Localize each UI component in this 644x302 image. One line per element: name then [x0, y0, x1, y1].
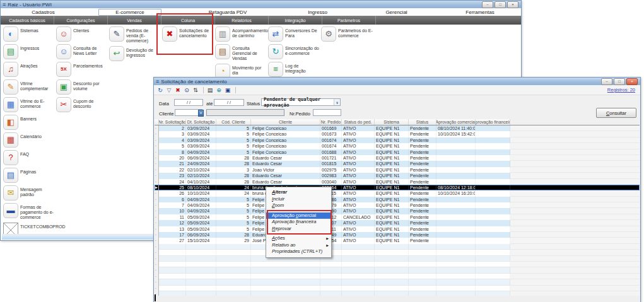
menu-item-alterar[interactable]: Alterar [266, 189, 331, 196]
launcher-item-paginas[interactable]: ▤Páginas [3, 168, 55, 183]
table-row[interactable]: ‐503/09/20245Felipe Conceicao001674ATIVO… [155, 143, 640, 149]
table-row[interactable]: ‐2006/09/202428Eduardo Cesar001721ATIVOE… [155, 155, 640, 161]
menu-item-reprovar[interactable]: Reprovar [266, 226, 331, 233]
tab-gerencial[interactable]: Gerencial [354, 8, 439, 16]
column-header-dt-solicitacao[interactable]: Dt. Solicitação [186, 119, 216, 125]
table-row-empty[interactable]: ‐ [155, 250, 640, 255]
table-row[interactable]: ‐704/09/20245Felipe Conceicao001679ATIVO… [155, 202, 640, 208]
launcher-item-consulta-de-news-letter[interactable]: ☺Consulta de News Letter [56, 44, 108, 59]
launcher-item-conversores-de-para[interactable]: ⇄Conversores De Para [268, 26, 320, 42]
menu-item-incluir[interactable]: Incluir [266, 196, 331, 203]
table-row-empty[interactable]: ‐ [155, 279, 640, 285]
consultar-button[interactable]: Consultar [596, 108, 636, 118]
table-row-empty[interactable]: ‐ [155, 256, 640, 262]
menu-item-propriedades-ctrl-t[interactable]: Propriedades (CTRL+T) [266, 248, 331, 255]
column-header-cliente[interactable]: Cliente [251, 119, 320, 125]
print-icon[interactable]: ▤ [206, 86, 214, 95]
launcher-item-formas-de-pagamento-do-e-commerce[interactable]: ▬Formas de pagamento do e-commerce [3, 203, 55, 220]
table-row[interactable]: ‐1205/09/20245Felipe Conceicao001707ATIV… [155, 220, 640, 226]
table-row[interactable]: ‐1105/09/20245Felipe Conceicao001712CANC… [155, 214, 640, 220]
menu-item-zoom[interactable]: Zoom [266, 202, 331, 209]
hamburger-menu-icon[interactable]: ≡ [3, 1, 6, 8]
launcher-item-clientes[interactable]: ☺Clientes [56, 26, 108, 42]
table-row[interactable]: ‐2715/10/202429José Pires003154ATIVOEQUI… [155, 238, 640, 243]
menu-item-aprovacao-financeira[interactable]: Aprovação financeira [266, 219, 331, 226]
menu-item-aprovacao-comercial[interactable]: Aprovação comercial [266, 212, 331, 219]
table-row[interactable]: ‐1706/09/202428Eduardo Cesar002449ATIVOE… [155, 232, 640, 238]
launcher-item-calendario[interactable]: ▦Calendário [3, 132, 55, 148]
table-row[interactable]: ‐2124/09/202428Eduardo Cesar001815ATIVOE… [155, 161, 640, 166]
refresh-icon[interactable]: ↻ [156, 86, 164, 95]
nr-pedido-input[interactable] [313, 109, 341, 116]
category-relatorios[interactable]: Relatórios [215, 16, 269, 25]
table-row-empty[interactable]: ‐ [155, 286, 640, 291]
category-integracao[interactable]: Integração [269, 16, 322, 25]
cliente-lookup-button[interactable]: ▾ [198, 110, 204, 117]
launcher-item-parametros-do-e-commerce[interactable]: ⚙Parâmetros do E-commerce [321, 26, 373, 42]
launcher-item-log-de-integracao[interactable]: ≡Log de integração [268, 62, 320, 77]
table-row[interactable]: ‐2610/10/202424bruna de oliva belmont003… [155, 190, 640, 196]
hamburger-menu-icon[interactable]: ≡ [156, 78, 159, 84]
restore-icon[interactable]: □ [495, 1, 506, 8]
search-icon[interactable]: ⊙ [183, 86, 190, 95]
launcher-item-parcelamentos[interactable]: 5XParcelamentos [56, 62, 108, 77]
column-header-nr-pedido[interactable]: Nr. Pedido [320, 119, 342, 125]
column-header-aprovacao-comercial[interactable]: Aprovação comercial [436, 119, 476, 125]
table-row[interactable]: ‐804/09/20245Felipe Conceicao001688ATIVO… [155, 149, 640, 155]
column-header-status-do-ped[interactable]: Status do ped. [342, 119, 375, 125]
table-row[interactable]: ‐303/09/20245Felipe Conceicao001673ATIVO… [155, 131, 640, 137]
column-header-nr-solicitacao[interactable]: Nr. Solicitação [159, 119, 186, 125]
launcher-item-cupom-de-desconto[interactable]: ✂Cupom de desconto [56, 97, 108, 112]
launcher-item-pedidos-de-venda-e-commerce[interactable]: ✎Pedidos de venda (E-commerce) [109, 26, 161, 44]
menu-item-acoes[interactable]: Ações▶ [266, 235, 331, 242]
close-icon[interactable]: × [507, 1, 518, 8]
launcher-item-mensagem-padrao[interactable]: ✉Mensagem padrão [3, 185, 55, 200]
category-configuracoes[interactable]: Configurações [54, 16, 108, 25]
launcher-item-solicitacoes-de-cancelamento[interactable]: ✖Solicitações de cancelamento [162, 26, 214, 42]
table-row[interactable]: ‐1305/09/20245Felipe Conceicao001711ATIV… [155, 226, 640, 232]
column-header-cod-cliente[interactable]: Cód. Cliente [216, 119, 251, 125]
clear-filter-icon[interactable]: ✖ [174, 86, 182, 95]
launcher-item-faq[interactable]: ?FAQ [3, 150, 55, 165]
category-cadastros-basicos[interactable]: Cadastros básicos [1, 16, 54, 25]
category-vendas[interactable]: Vendas [108, 16, 161, 25]
table-row[interactable]: ‐203/09/20245Felipe Conceicao001669ATIVO… [155, 125, 640, 131]
column-header-sistema[interactable]: Sistema [375, 119, 409, 125]
table-row-empty[interactable]: ‐ [155, 262, 640, 267]
data-to-input[interactable]: / / [214, 99, 244, 106]
restore-icon[interactable]: □ [614, 78, 625, 85]
launcher-item-banners[interactable]: ◧Banners [3, 115, 55, 130]
launcher-item-acompanhamento-de-carrinho[interactable]: ▥Acompanhamento de carrinho [215, 26, 267, 42]
tab-retaguarda-pdv[interactable]: Retaguarda PDV [174, 8, 281, 16]
status-dropdown[interactable]: Pendente de qualquer aprovação ∨ [261, 98, 341, 106]
chevron-down-icon[interactable]: ∨ [334, 99, 340, 105]
launcher-item-vitrine-complementar[interactable]: ✎Vitrine complementar [3, 79, 55, 95]
launcher-item-ingressos[interactable]: ▤Ingressos [3, 44, 55, 59]
launcher-item-atracoes[interactable]: ♫Atrações [3, 62, 55, 77]
launcher-item-devolucao-de-ingressos[interactable]: ↩Devolução de ingressos [109, 46, 161, 61]
table-row-empty[interactable]: ‐ [155, 291, 640, 296]
minimize-icon[interactable]: – [482, 1, 493, 8]
launcher-item-vitrine-do-e-commerce[interactable]: ▦Vitrine do E-commerce [3, 97, 55, 112]
table-row[interactable]: ‐1004/09/20245Felipe Conceicao001690ATIV… [155, 208, 640, 214]
launcher-item-consulta-gerencial-de-vendas[interactable]: ▤Consulta Gerencial de Vendas [215, 44, 267, 61]
category-parametros[interactable]: Parâmetros [322, 16, 376, 25]
column-header-status[interactable]: Status [409, 119, 436, 125]
filter-icon[interactable]: ▽ [165, 86, 173, 95]
close-icon[interactable]: × [626, 78, 638, 85]
table-row[interactable]: ‐2404/10/202428Eduardo Cesar003040ATIVOE… [155, 179, 640, 185]
save-icon[interactable]: ▣ [224, 86, 231, 95]
sort-icon[interactable]: ⇅ [192, 86, 199, 95]
table-row[interactable]: ▶2508/10/202424bruna de oliva belmont003… [155, 185, 640, 190]
menu-item-relativo-ao[interactable]: Relativo ao▶ [266, 242, 331, 249]
launcher-item-desconto-por-volume[interactable]: ▣Desconto por volume [56, 79, 108, 95]
table-row-empty[interactable]: ‐ [155, 267, 640, 273]
web-icon[interactable]: ⊕ [215, 86, 223, 95]
column-header-aprovacao-financeira[interactable]: Aprovação financeira [476, 119, 510, 125]
launcher-item-sincronizacao-do-e-commerce[interactable]: ↻Sincronização do e-commerce [268, 44, 320, 59]
table-row[interactable]: ‐2202/10/20243Joao Victor002975ATIVOEQUI… [155, 167, 640, 173]
category-coluna[interactable]: Coluna [161, 16, 215, 25]
table-row-empty[interactable]: ‐ [155, 274, 640, 279]
tab-e-commerce[interactable]: E-commerce [86, 8, 174, 16]
minimize-icon[interactable]: – [601, 78, 612, 85]
